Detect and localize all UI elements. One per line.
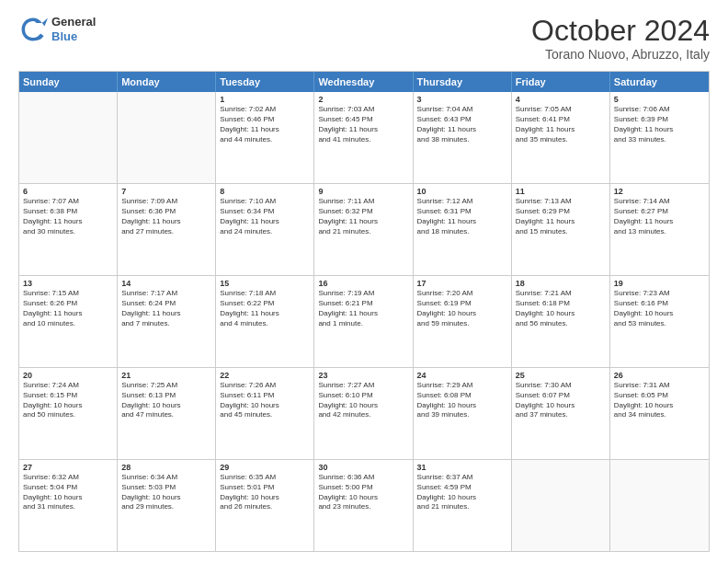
logo-icon (18, 15, 48, 44)
day-number: 8 (220, 187, 310, 196)
cal-header-wednesday: Wednesday (314, 72, 413, 92)
day-number: 22 (220, 371, 310, 380)
day-number: 16 (318, 279, 408, 288)
title-block: October 2024 Torano Nuovo, Abruzzo, Ital… (531, 15, 710, 62)
cell-text: Sunrise: 6:37 AM Sunset: 4:59 PM Dayligh… (417, 473, 507, 512)
cal-header-saturday: Saturday (610, 72, 709, 92)
day-number: 23 (318, 371, 408, 380)
cal-cell: 11Sunrise: 7:13 AM Sunset: 6:29 PM Dayli… (512, 184, 610, 275)
cal-cell: 3Sunrise: 7:04 AM Sunset: 6:43 PM Daylig… (414, 92, 512, 183)
cell-text: Sunrise: 7:10 AM Sunset: 6:34 PM Dayligh… (220, 197, 310, 236)
day-number: 31 (417, 463, 507, 472)
cal-header-thursday: Thursday (414, 72, 512, 92)
cell-text: Sunrise: 6:34 AM Sunset: 5:03 PM Dayligh… (121, 473, 211, 512)
cal-cell: 31Sunrise: 6:37 AM Sunset: 4:59 PM Dayli… (414, 460, 512, 551)
day-number: 15 (220, 279, 310, 288)
cal-cell: 4Sunrise: 7:05 AM Sunset: 6:41 PM Daylig… (512, 92, 610, 183)
cal-cell: 26Sunrise: 7:31 AM Sunset: 6:05 PM Dayli… (610, 368, 709, 459)
cal-cell: 8Sunrise: 7:10 AM Sunset: 6:34 PM Daylig… (216, 184, 314, 275)
cal-week-3: 20Sunrise: 7:24 AM Sunset: 6:15 PM Dayli… (19, 367, 709, 459)
cal-header-tuesday: Tuesday (216, 72, 314, 92)
cal-header-monday: Monday (118, 72, 216, 92)
cell-text: Sunrise: 7:23 AM Sunset: 6:16 PM Dayligh… (614, 289, 705, 328)
day-number: 29 (220, 463, 310, 472)
logo: General Blue (18, 15, 96, 44)
cell-text: Sunrise: 7:04 AM Sunset: 6:43 PM Dayligh… (417, 105, 507, 144)
cal-cell: 19Sunrise: 7:23 AM Sunset: 6:16 PM Dayli… (610, 276, 709, 367)
cal-cell: 2Sunrise: 7:03 AM Sunset: 6:45 PM Daylig… (314, 92, 413, 183)
cell-text: Sunrise: 7:19 AM Sunset: 6:21 PM Dayligh… (318, 289, 408, 328)
cell-text: Sunrise: 7:07 AM Sunset: 6:38 PM Dayligh… (23, 197, 113, 236)
calendar: SundayMondayTuesdayWednesdayThursdayFrid… (18, 71, 710, 552)
cal-cell: 16Sunrise: 7:19 AM Sunset: 6:21 PM Dayli… (314, 276, 413, 367)
day-number: 20 (23, 371, 113, 380)
day-number: 30 (318, 463, 408, 472)
day-number: 25 (516, 371, 606, 380)
day-number: 1 (220, 95, 310, 104)
day-number: 7 (121, 187, 211, 196)
day-number: 26 (614, 371, 705, 380)
cal-header-friday: Friday (512, 72, 610, 92)
calendar-header-row: SundayMondayTuesdayWednesdayThursdayFrid… (19, 72, 709, 92)
cell-text: Sunrise: 7:15 AM Sunset: 6:26 PM Dayligh… (23, 289, 113, 328)
cal-cell: 20Sunrise: 7:24 AM Sunset: 6:15 PM Dayli… (19, 368, 118, 459)
day-number: 11 (516, 187, 606, 196)
cell-text: Sunrise: 6:36 AM Sunset: 5:00 PM Dayligh… (318, 473, 408, 512)
cal-week-4: 27Sunrise: 6:32 AM Sunset: 5:04 PM Dayli… (19, 459, 709, 551)
cal-week-1: 6Sunrise: 7:07 AM Sunset: 6:38 PM Daylig… (19, 183, 709, 275)
cal-cell: 1Sunrise: 7:02 AM Sunset: 6:46 PM Daylig… (216, 92, 314, 183)
cell-text: Sunrise: 7:25 AM Sunset: 6:13 PM Dayligh… (121, 381, 211, 420)
cal-cell: 24Sunrise: 7:29 AM Sunset: 6:08 PM Dayli… (414, 368, 512, 459)
cal-week-0: 1Sunrise: 7:02 AM Sunset: 6:46 PM Daylig… (19, 92, 709, 183)
cal-cell: 27Sunrise: 6:32 AM Sunset: 5:04 PM Dayli… (19, 460, 118, 551)
cell-text: Sunrise: 7:21 AM Sunset: 6:18 PM Dayligh… (516, 289, 606, 328)
day-number: 13 (23, 279, 113, 288)
header: General Blue October 2024 Torano Nuovo, … (18, 15, 710, 62)
cal-cell: 10Sunrise: 7:12 AM Sunset: 6:31 PM Dayli… (414, 184, 512, 275)
logo-text-blue: Blue (51, 29, 96, 44)
day-number: 28 (121, 463, 211, 472)
cell-text: Sunrise: 7:29 AM Sunset: 6:08 PM Dayligh… (417, 381, 507, 420)
cell-text: Sunrise: 7:12 AM Sunset: 6:31 PM Dayligh… (417, 197, 507, 236)
day-number: 6 (23, 187, 113, 196)
cal-cell: 21Sunrise: 7:25 AM Sunset: 6:13 PM Dayli… (118, 368, 216, 459)
cell-text: Sunrise: 7:24 AM Sunset: 6:15 PM Dayligh… (23, 381, 113, 420)
cell-text: Sunrise: 7:17 AM Sunset: 6:24 PM Dayligh… (121, 289, 211, 328)
day-number: 21 (121, 371, 211, 380)
page: General Blue October 2024 Torano Nuovo, … (0, 0, 728, 563)
cal-cell: 30Sunrise: 6:36 AM Sunset: 5:00 PM Dayli… (314, 460, 413, 551)
cell-text: Sunrise: 7:06 AM Sunset: 6:39 PM Dayligh… (614, 105, 705, 144)
cal-cell: 18Sunrise: 7:21 AM Sunset: 6:18 PM Dayli… (512, 276, 610, 367)
cal-cell: 6Sunrise: 7:07 AM Sunset: 6:38 PM Daylig… (19, 184, 118, 275)
cell-text: Sunrise: 7:05 AM Sunset: 6:41 PM Dayligh… (516, 105, 606, 144)
cell-text: Sunrise: 6:35 AM Sunset: 5:01 PM Dayligh… (220, 473, 310, 512)
cal-cell (118, 92, 216, 183)
cal-cell: 22Sunrise: 7:26 AM Sunset: 6:11 PM Dayli… (216, 368, 314, 459)
cal-cell: 12Sunrise: 7:14 AM Sunset: 6:27 PM Dayli… (610, 184, 709, 275)
cal-cell: 9Sunrise: 7:11 AM Sunset: 6:32 PM Daylig… (314, 184, 413, 275)
day-number: 27 (23, 463, 113, 472)
cell-text: Sunrise: 7:11 AM Sunset: 6:32 PM Dayligh… (318, 197, 408, 236)
day-number: 10 (417, 187, 507, 196)
cell-text: Sunrise: 7:26 AM Sunset: 6:11 PM Dayligh… (220, 381, 310, 420)
day-number: 4 (516, 95, 606, 104)
location: Torano Nuovo, Abruzzo, Italy (531, 47, 710, 62)
cal-cell (610, 460, 709, 551)
day-number: 3 (417, 95, 507, 104)
cell-text: Sunrise: 7:03 AM Sunset: 6:45 PM Dayligh… (318, 105, 408, 144)
logo-text-block: General Blue (51, 15, 96, 43)
cal-cell: 23Sunrise: 7:27 AM Sunset: 6:10 PM Dayli… (314, 368, 413, 459)
cal-header-sunday: Sunday (19, 72, 118, 92)
day-number: 17 (417, 279, 507, 288)
cal-week-2: 13Sunrise: 7:15 AM Sunset: 6:26 PM Dayli… (19, 275, 709, 367)
calendar-body: 1Sunrise: 7:02 AM Sunset: 6:46 PM Daylig… (19, 92, 709, 551)
cell-text: Sunrise: 6:32 AM Sunset: 5:04 PM Dayligh… (23, 473, 113, 512)
cal-cell: 25Sunrise: 7:30 AM Sunset: 6:07 PM Dayli… (512, 368, 610, 459)
cal-cell: 14Sunrise: 7:17 AM Sunset: 6:24 PM Dayli… (118, 276, 216, 367)
logo-text-general: General (51, 15, 96, 29)
month-title: October 2024 (531, 15, 710, 47)
cal-cell: 15Sunrise: 7:18 AM Sunset: 6:22 PM Dayli… (216, 276, 314, 367)
day-number: 24 (417, 371, 507, 380)
cell-text: Sunrise: 7:20 AM Sunset: 6:19 PM Dayligh… (417, 289, 507, 328)
cal-cell: 28Sunrise: 6:34 AM Sunset: 5:03 PM Dayli… (118, 460, 216, 551)
